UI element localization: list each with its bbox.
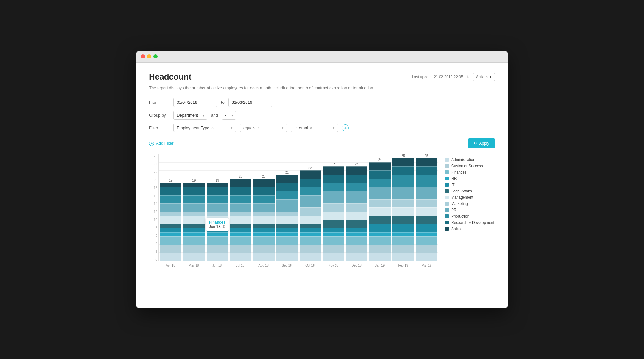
bar-segment (253, 216, 275, 224)
bar-segment (230, 179, 251, 187)
apply-button[interactable]: ↻ Apply (468, 138, 495, 148)
filter-op-selector[interactable]: equals × ▾ (240, 124, 287, 132)
bar-segment (183, 187, 205, 195)
bar-segment (346, 236, 367, 245)
legend-item: Sales (445, 227, 495, 231)
bar-segment (183, 232, 205, 236)
actions-button[interactable]: Actions ▾ (473, 73, 495, 81)
bar-group[interactable]: 22 (300, 166, 321, 261)
bar-segment (253, 195, 275, 203)
bar-x-label: May 18 (183, 264, 204, 267)
bar-segment (346, 183, 367, 191)
refresh-icon[interactable]: ↻ (466, 75, 469, 79)
bar-segment (207, 236, 228, 245)
maximize-button[interactable] (153, 54, 158, 58)
page-description: The report displays the number of active… (149, 86, 495, 90)
from-date-input[interactable] (173, 98, 217, 107)
bar-x-label: Apr 18 (160, 264, 181, 267)
bar-segment (207, 232, 228, 236)
filter-field-selector[interactable]: Employment Type × ▾ (173, 124, 236, 132)
filter-op-chevron-icon[interactable]: ▾ (282, 126, 284, 130)
bar-segment (416, 236, 437, 245)
legend-item: IT (445, 183, 495, 187)
from-label: From (149, 100, 169, 105)
header-right: Last update: 21.02.2019 22:05 ↻ Actions … (412, 73, 495, 81)
bar-x-label: Aug 18 (253, 264, 274, 267)
bar-segment (392, 224, 414, 232)
bar-segment (160, 187, 181, 195)
bar-segment (230, 253, 251, 261)
title-bar (136, 51, 508, 63)
bar-segment (392, 253, 414, 261)
minimize-button[interactable] (147, 54, 151, 58)
bar-segment (300, 187, 321, 195)
bar-segment (346, 253, 367, 261)
bar-group[interactable]: 25 (392, 154, 414, 261)
bar-segment (416, 224, 437, 232)
bar-segment (230, 245, 251, 253)
bar-segment (230, 195, 251, 203)
group-by-select[interactable]: Department (173, 111, 207, 120)
close-button[interactable] (141, 54, 145, 58)
legend-label: Customer Success (451, 164, 483, 168)
legend-color-swatch (445, 177, 449, 180)
to-date-input[interactable] (228, 98, 272, 107)
filter-op-clear-icon[interactable]: × (257, 125, 260, 130)
bar-segment (300, 224, 321, 228)
bar-segment (416, 187, 437, 199)
bar-group[interactable]: 23 (346, 162, 367, 261)
main-window: Headcount Last update: 21.02.2019 22:05 … (136, 51, 508, 308)
bar-segment (346, 191, 367, 203)
bar-group[interactable]: 19 (183, 179, 205, 261)
filter-value-text: Internal (294, 125, 308, 130)
bar-segment (323, 220, 344, 228)
bar-segment (300, 236, 321, 245)
bar-segment (276, 183, 298, 191)
bar-segment (300, 253, 321, 261)
bar-x-label: Oct 18 (299, 264, 321, 267)
bar-segment (369, 187, 391, 199)
bar-segment (276, 191, 298, 199)
bar-segment (369, 224, 391, 232)
bar-segment (253, 203, 275, 212)
bar-segment (253, 253, 275, 261)
add-filter-link[interactable]: + Add Filter (149, 141, 174, 146)
traffic-lights (141, 54, 158, 58)
filter-label: Filter (149, 125, 169, 130)
bar-segment (369, 162, 391, 170)
bar-total-label: 22 (308, 166, 312, 170)
bar-group[interactable]: 24 (369, 158, 391, 261)
bar-group[interactable]: 21 (276, 171, 298, 261)
bar-group[interactable]: 20 (230, 175, 251, 261)
bar-segment (207, 203, 228, 212)
legend-label: Administration (451, 157, 475, 162)
bar-segment (207, 228, 228, 232)
bar-group[interactable]: 19 (160, 179, 181, 261)
legend-label: HR (451, 176, 457, 181)
filter-field-clear-icon[interactable]: × (211, 125, 214, 130)
bar-x-label: Jan 19 (369, 264, 391, 267)
bar-segment (183, 203, 205, 212)
bar-segment (160, 212, 181, 216)
bar-total-label: 19 (215, 179, 219, 182)
filter-field-chevron-icon[interactable]: ▾ (231, 126, 233, 130)
bar-segment (207, 224, 228, 228)
filter-actions-row: + Add Filter ↻ Apply (149, 138, 495, 148)
filter-value-chevron-icon[interactable]: ▾ (333, 126, 335, 130)
bar-segment (160, 216, 181, 224)
bar-group[interactable]: 23 (323, 162, 344, 261)
bar-group[interactable]: 20 (253, 175, 275, 261)
bar-group[interactable]: 19FinancesJun 18: 2 (207, 179, 228, 261)
filter-value-clear-icon[interactable]: × (310, 125, 312, 130)
bar-segment (369, 253, 391, 261)
add-filter-plus-icon[interactable]: + (342, 124, 349, 131)
bar-x-label: Mar 19 (416, 264, 437, 267)
bar-segment (416, 166, 437, 174)
filter-value-selector[interactable]: Internal × ▾ (291, 124, 338, 132)
bar-group[interactable]: 25 (416, 154, 437, 261)
bar-segment (323, 212, 344, 220)
chart-legend: AdministrationCustomer SuccessFinancesHR… (445, 154, 495, 269)
legend-color-swatch (445, 208, 449, 212)
secondary-group-select[interactable]: - (222, 111, 236, 120)
bar-segment (230, 232, 251, 236)
